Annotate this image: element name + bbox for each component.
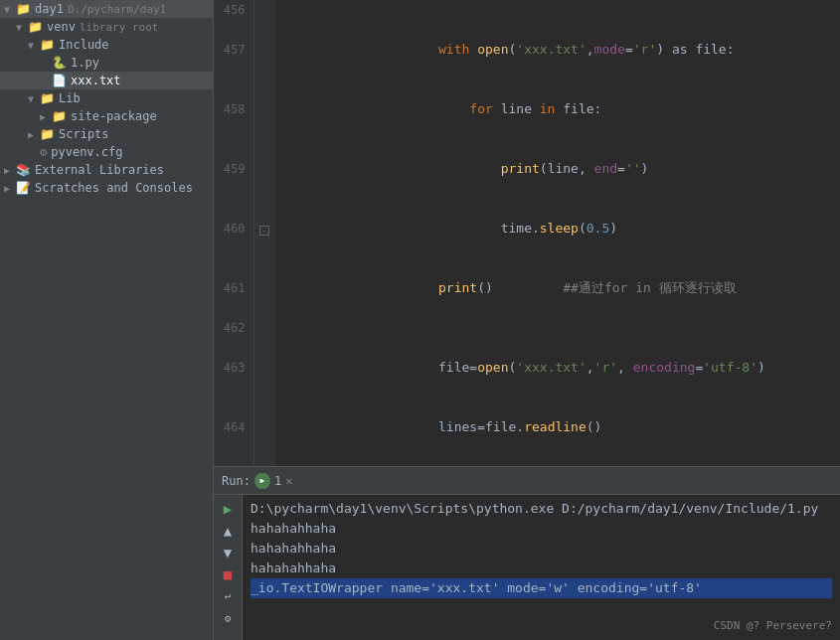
- line-code: time.sleep(0.5): [275, 199, 840, 258]
- run-stop-button[interactable]: ■: [218, 564, 238, 584]
- code-container[interactable]: 456 457 with open('xxx.txt',mode='r') as…: [214, 0, 840, 466]
- line-number: 464: [214, 398, 253, 457]
- arrow-icon: [4, 183, 16, 194]
- line-number: 460: [214, 199, 253, 258]
- sidebar-item-scratches[interactable]: 📝 Scratches and Consoles: [0, 179, 213, 197]
- arrow-icon: [28, 93, 40, 104]
- line-gutter: [253, 338, 275, 398]
- table-row: 457 with open('xxx.txt',mode='r') as fil…: [214, 20, 840, 80]
- line-number: 456: [214, 0, 253, 20]
- sidebar-item-label: Scripts: [59, 127, 109, 141]
- table-row: 460 - time.sleep(0.5): [214, 199, 840, 258]
- db-icon: 📚: [16, 163, 31, 177]
- run-tab-icon: ▶: [254, 473, 270, 489]
- sidebar-item-label: Scratches and Consoles: [35, 181, 193, 195]
- list-item: hahahahhaha: [251, 519, 832, 539]
- line-number: 457: [214, 20, 253, 80]
- table-row: 462: [214, 318, 840, 338]
- watermark-text: CSDN @? Persevere?: [714, 619, 832, 632]
- line-number: 463: [214, 338, 253, 398]
- table-row: 464 lines=file.readline(): [214, 398, 840, 457]
- code-table: 456 457 with open('xxx.txt',mode='r') as…: [214, 0, 840, 466]
- run-tab[interactable]: ▶ 1 ✕: [254, 473, 292, 489]
- sidebar-item-include[interactable]: 📁 Include: [0, 36, 213, 54]
- code-editor: 456 457 with open('xxx.txt',mode='r') as…: [214, 0, 840, 466]
- sidebar-item-extlibs[interactable]: 📚 External Libraries: [0, 161, 213, 179]
- run-command-line: D:\pycharm\day1\venv\Scripts\python.exe …: [251, 499, 832, 519]
- table-row: 461 print() ##通过for in 循环逐行读取: [214, 258, 840, 318]
- table-row: 456: [214, 0, 840, 20]
- run-up-button[interactable]: ▲: [218, 521, 238, 541]
- sidebar-item-day1[interactable]: 📁 day1 D:/pycharm/day1: [0, 0, 213, 18]
- arrow-icon: [16, 22, 28, 33]
- sidebar-item-venv[interactable]: 📁 venv library root: [0, 18, 213, 36]
- list-item: hahahahhaha: [251, 559, 832, 578]
- sidebar-item-1py[interactable]: 🐍 1.py: [0, 54, 213, 72]
- folder-icon: 📁: [40, 127, 55, 141]
- sidebar-item-pyvenv[interactable]: ⚙ pyvenv.cfg: [0, 143, 213, 161]
- run-header: Run: ▶ 1 ✕: [214, 467, 840, 495]
- line-code: for line in file:: [275, 80, 840, 139]
- line-code: print() ##通过for in 循环逐行读取: [275, 258, 840, 318]
- sidebar-item-label: xxx.txt: [71, 74, 121, 87]
- run-label: Run:: [222, 474, 251, 488]
- line-gutter: [253, 258, 275, 318]
- run-toolbar: ▶ ▲ ▼ ■ ↩ ⚙: [214, 495, 243, 640]
- line-number: 458: [214, 80, 253, 139]
- line-code: with open('xxx.txt',mode='r') as file:: [275, 20, 840, 80]
- file-tree: 📁 day1 D:/pycharm/day1 📁 venv library ro…: [0, 0, 214, 640]
- run-play-button[interactable]: ▶: [218, 499, 238, 519]
- sidebar-item-label: site-package: [71, 109, 157, 123]
- sidebar-item-lib[interactable]: 📁 Lib: [0, 89, 213, 107]
- sidebar-item-sitepackages[interactable]: 📁 site-package: [0, 107, 213, 125]
- line-number: 462: [214, 318, 253, 338]
- python-file-icon: 🐍: [52, 56, 67, 70]
- cfg-file-icon: ⚙: [40, 145, 47, 159]
- txt-file-icon: 📄: [52, 74, 67, 87]
- line-code: [275, 318, 840, 338]
- run-down-button[interactable]: ▼: [218, 543, 238, 562]
- table-row: 458 for line in file:: [214, 80, 840, 139]
- line-code: file=open('xxx.txt','r', encoding='utf-8…: [275, 338, 840, 398]
- line-gutter: [253, 0, 275, 20]
- line-code: print(line, end=''): [275, 139, 840, 199]
- list-item: hahahahhaha: [251, 539, 832, 559]
- sidebar-item-xxxtxt[interactable]: 📄 xxx.txt: [0, 72, 213, 89]
- list-item: _io.TextIOWrapper name='xxx.txt' mode='w…: [251, 578, 832, 598]
- scratch-icon: 📝: [16, 181, 31, 195]
- folder-icon: 📁: [28, 20, 43, 34]
- sidebar-item-label: pyvenv.cfg: [51, 145, 122, 159]
- sidebar-item-suffix: D:/pycharm/day1: [68, 3, 166, 16]
- table-row: 465 print(lines) ###读取文件按行读取到列表中: [214, 457, 840, 466]
- arrow-icon: [4, 4, 16, 15]
- arrow-icon: [40, 111, 52, 122]
- run-rerun-button[interactable]: ↩: [218, 586, 238, 606]
- folder-icon: 📁: [40, 91, 55, 105]
- sidebar-item-label: External Libraries: [35, 163, 164, 177]
- run-tab-close[interactable]: ✕: [285, 474, 292, 488]
- line-gutter: -: [253, 199, 275, 258]
- line-gutter: [253, 20, 275, 80]
- sidebar-item-label: Include: [59, 38, 109, 52]
- line-number: 459: [214, 139, 253, 199]
- folder-icon: 📁: [40, 38, 55, 52]
- sidebar-item-label: 1.py: [71, 56, 99, 70]
- table-row: 459 print(line, end=''): [214, 139, 840, 199]
- sidebar-item-scripts[interactable]: 📁 Scripts: [0, 125, 213, 143]
- line-code: lines=file.readline(): [275, 398, 840, 457]
- arrow-icon: [28, 40, 40, 51]
- line-gutter: [253, 80, 275, 139]
- run-command-text: D:\pycharm\day1\venv\Scripts\python.exe …: [251, 501, 818, 516]
- line-number: 465: [214, 457, 253, 466]
- fold-icon[interactable]: -: [259, 226, 269, 236]
- line-gutter: [253, 457, 275, 466]
- line-gutter: [253, 318, 275, 338]
- line-number: 461: [214, 258, 253, 318]
- table-row: 463 file=open('xxx.txt','r', encoding='u…: [214, 338, 840, 398]
- line-gutter: [253, 139, 275, 199]
- sidebar-item-suffix: library root: [80, 21, 158, 34]
- folder-icon: 📁: [16, 2, 31, 16]
- run-settings-button[interactable]: ⚙: [218, 608, 238, 628]
- sidebar-item-label: venv: [47, 20, 76, 34]
- arrow-icon: [28, 129, 40, 140]
